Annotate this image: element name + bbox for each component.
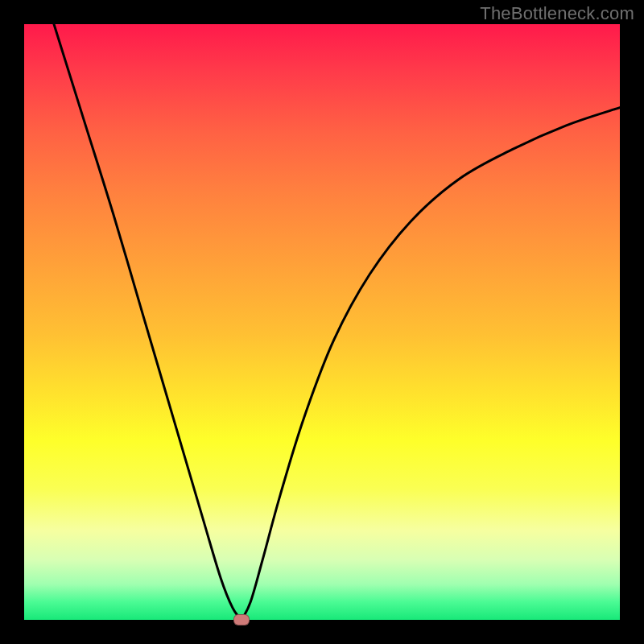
min-point-marker xyxy=(233,614,250,625)
watermark-text: TheBottleneck.com xyxy=(480,3,634,24)
curve-left-branch xyxy=(54,24,242,620)
bottleneck-curve xyxy=(24,24,620,620)
curve-right-branch xyxy=(242,108,620,620)
chart-frame: TheBottleneck.com xyxy=(0,0,644,644)
plot-area xyxy=(24,24,620,620)
